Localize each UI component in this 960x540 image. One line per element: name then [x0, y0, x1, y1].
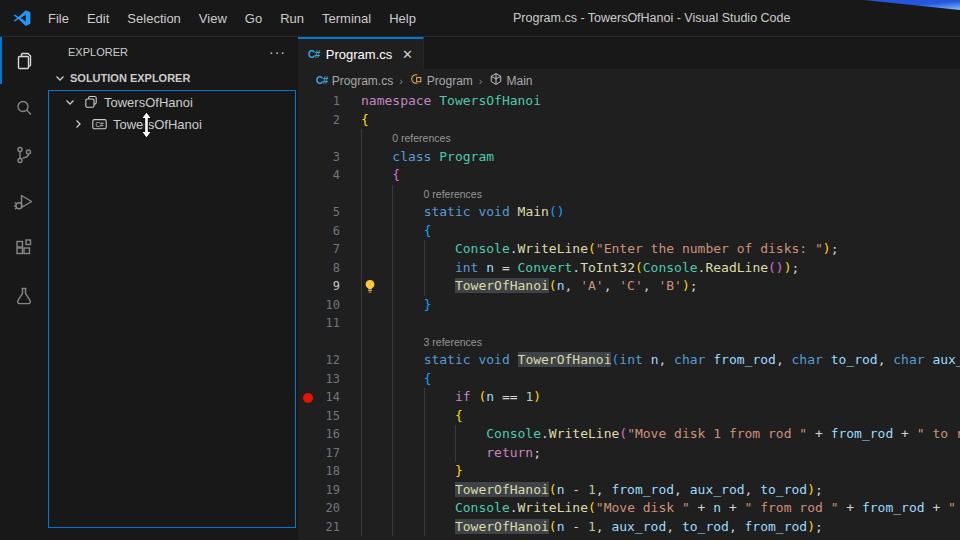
- extensions-icon[interactable]: [0, 225, 48, 272]
- code-row[interactable]: 11: [298, 314, 960, 333]
- code-line-text: }: [361, 296, 431, 315]
- menu-item-edit[interactable]: Edit: [78, 11, 118, 26]
- code-line-text: Console.WriteLine("Move disk 1 from rod …: [361, 425, 960, 444]
- line-number: 7: [298, 240, 340, 259]
- line-number: 5: [298, 203, 340, 222]
- line-number: 4: [298, 166, 340, 185]
- code-row[interactable]: 4 {: [298, 166, 960, 185]
- code-row[interactable]: 15 {: [298, 407, 960, 426]
- code-line-text: {: [361, 222, 431, 241]
- code-row[interactable]: 3 class Program: [298, 148, 960, 167]
- line-number: 3: [298, 148, 340, 167]
- tab-program-cs[interactable]: C# Program.cs ✕: [298, 37, 424, 69]
- tree-item-label: TowersOfHanoi: [104, 95, 193, 110]
- tree-item-solution[interactable]: TowersOfHanoi: [49, 91, 295, 113]
- menu-item-help[interactable]: Help: [380, 11, 425, 26]
- code-row[interactable]: 14 if (n == 1): [298, 388, 960, 407]
- explorer-title: EXPLORER: [68, 46, 128, 58]
- solution-explorer-title: SOLUTION EXPLORER: [70, 72, 190, 84]
- code-row[interactable]: 19 TowerOfHanoi(n - 1, from_rod, aux_rod…: [298, 481, 960, 500]
- code-row[interactable]: 6 {: [298, 222, 960, 241]
- code-line-text: {: [361, 166, 400, 185]
- code-line-text: TowerOfHanoi(n - 1, aux_rod, to_rod, fro…: [361, 518, 823, 537]
- codelens-row[interactable]: 3 references: [298, 333, 960, 352]
- codelens-row[interactable]: 0 references: [298, 129, 960, 148]
- explorer-header: EXPLORER ···: [48, 37, 298, 66]
- line-number: 13: [298, 370, 340, 389]
- codelens-references[interactable]: 3 references: [424, 333, 482, 352]
- solution-icon: [83, 94, 99, 110]
- method-icon: [489, 72, 503, 89]
- chevron-right-icon[interactable]: [70, 116, 86, 132]
- code-row[interactable]: 10 }: [298, 296, 960, 315]
- code-line-text: namespace TowersOfHanoi: [361, 92, 541, 111]
- code-row[interactable]: 18 }: [298, 462, 960, 481]
- solution-explorer-section-header[interactable]: SOLUTION EXPLORER: [48, 66, 298, 90]
- code-row[interactable]: 21 TowerOfHanoi(n - 1, aux_rod, to_rod, …: [298, 518, 960, 537]
- breadcrumb-item-file[interactable]: C# Program.cs: [316, 74, 393, 88]
- codelens-references[interactable]: 0 references: [392, 129, 450, 148]
- code-row[interactable]: 8 int n = Convert.ToInt32(Console.ReadLi…: [298, 259, 960, 278]
- search-icon[interactable]: [0, 84, 48, 131]
- line-number: 6: [298, 222, 340, 241]
- code-row[interactable]: 1namespace TowersOfHanoi: [298, 92, 960, 111]
- line-number: 10: [298, 296, 340, 315]
- code-line-text: Console.WriteLine("Enter the number of d…: [361, 240, 838, 259]
- svg-text:C#: C#: [95, 121, 104, 128]
- tab-bar: C# Program.cs ✕: [298, 37, 960, 69]
- code-area[interactable]: 1namespace TowersOfHanoi2{0 references3 …: [298, 92, 960, 540]
- chevron-right-icon: ›: [399, 75, 403, 87]
- breadcrumb: C# Program.cs › Program › Main: [298, 69, 960, 92]
- vscode-logo-icon: [13, 9, 31, 27]
- window-title: Program.cs - TowersOfHanoi - Visual Stud…: [513, 0, 790, 36]
- chevron-down-icon[interactable]: [62, 94, 78, 110]
- more-actions-icon[interactable]: ···: [269, 44, 286, 60]
- code-row[interactable]: 7 Console.WriteLine("Enter the number of…: [298, 240, 960, 259]
- menu-item-selection[interactable]: Selection: [118, 11, 189, 26]
- code-line-text: }: [361, 462, 463, 481]
- line-number: 19: [298, 481, 340, 500]
- menu-item-terminal[interactable]: Terminal: [313, 11, 380, 26]
- code-line-text: TowerOfHanoi(n, 'A', 'C', 'B');: [361, 277, 698, 296]
- menu-item-view[interactable]: View: [190, 11, 236, 26]
- code-row[interactable]: 9 TowerOfHanoi(n, 'A', 'C', 'B');: [298, 277, 960, 296]
- chevron-right-icon: ›: [479, 75, 483, 87]
- code-row[interactable]: 2{: [298, 111, 960, 130]
- code-row[interactable]: 13 {: [298, 370, 960, 389]
- line-number: 20: [298, 499, 340, 518]
- source-control-icon[interactable]: [0, 131, 48, 178]
- breakpoint-icon[interactable]: [303, 393, 313, 403]
- code-row[interactable]: 5 static void Main(): [298, 203, 960, 222]
- code-line-text: static void TowerOfHanoi(int n, char fro…: [361, 351, 960, 370]
- testing-icon[interactable]: [0, 272, 48, 319]
- code-line-text: {: [361, 111, 369, 130]
- code-row[interactable]: 17 return;: [298, 444, 960, 463]
- menu-item-run[interactable]: Run: [271, 11, 313, 26]
- solution-explorer-tree: TowersOfHanoi C# TowersOfHanoi: [48, 90, 296, 528]
- csharp-file-icon: C#: [308, 49, 320, 60]
- csharp-file-icon: C#: [316, 75, 328, 86]
- code-row[interactable]: 12 static void TowerOfHanoi(int n, char …: [298, 351, 960, 370]
- code-row[interactable]: 16 Console.WriteLine("Move disk 1 from r…: [298, 425, 960, 444]
- code-line-text: class Program: [361, 148, 494, 167]
- codelens-references[interactable]: 0 references: [424, 185, 482, 204]
- breadcrumb-item-class[interactable]: Program: [409, 72, 473, 89]
- line-number: 17: [298, 444, 340, 463]
- code-line-text: Console.WriteLine("Move disk " + n + " f…: [361, 499, 960, 518]
- code-row[interactable]: 20 Console.WriteLine("Move disk " + n + …: [298, 499, 960, 518]
- code-line-text: {: [361, 370, 431, 389]
- tree-item-project[interactable]: C# TowersOfHanoi: [49, 113, 295, 135]
- codelens-row[interactable]: 0 references: [298, 185, 960, 204]
- code-line-text: int n = Convert.ToInt32(Console.ReadLine…: [361, 259, 799, 278]
- run-and-debug-icon[interactable]: [0, 178, 48, 225]
- explorer-icon[interactable]: [0, 37, 48, 84]
- code-line-text: if (n == 1): [361, 388, 541, 407]
- menu-item-go[interactable]: Go: [236, 11, 271, 26]
- breadcrumb-item-method[interactable]: Main: [489, 72, 533, 89]
- line-number: 9: [298, 277, 340, 296]
- line-number: 1: [298, 92, 340, 111]
- tree-item-label: TowersOfHanoi: [113, 117, 202, 132]
- menu-item-file[interactable]: File: [39, 11, 78, 26]
- close-icon[interactable]: ✕: [402, 47, 413, 62]
- csharp-project-icon: C#: [91, 116, 108, 132]
